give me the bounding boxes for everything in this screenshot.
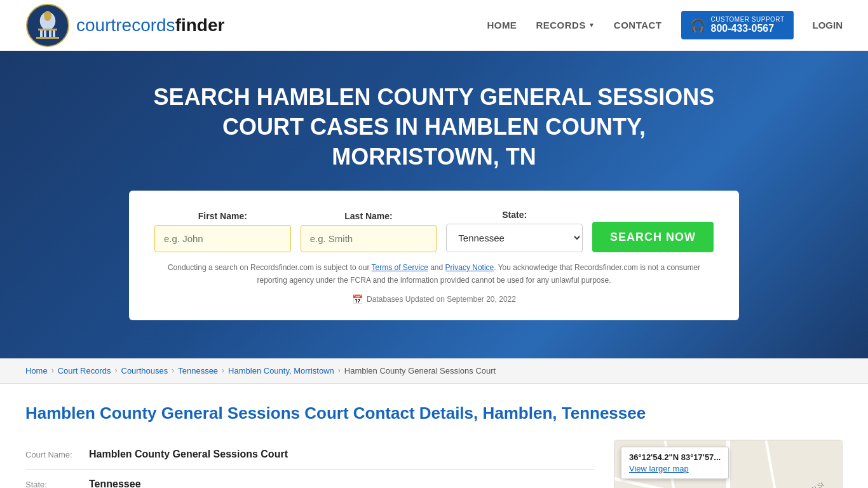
court-name-value: Hamblen County General Sessions Court: [89, 449, 288, 460]
search-button[interactable]: SEARCH NOW: [592, 222, 714, 252]
search-card: First Name: Last Name: State: TennesseeA…: [129, 191, 739, 320]
separator-2: ›: [115, 366, 118, 375]
logo-icon: [25, 3, 70, 48]
breadcrumb-home[interactable]: Home: [25, 366, 48, 376]
nav-contact[interactable]: CONTACT: [614, 20, 662, 30]
tos-link[interactable]: Terms of Service: [372, 263, 428, 272]
state-detail-value: Tennessee: [89, 478, 141, 488]
first-name-group: First Name:: [154, 211, 291, 252]
last-name-group: Last Name:: [301, 211, 437, 252]
map-coords: 36°12'54.2"N 83°17'57...: [629, 452, 721, 462]
details-layout: Court Name: Hamblen County General Sessi…: [25, 440, 843, 488]
svg-rect-5: [49, 30, 51, 37]
breadcrumb-court-records[interactable]: Court Records: [58, 366, 111, 376]
court-name-label: Court Name:: [25, 450, 83, 459]
separator-3: ›: [172, 366, 174, 375]
svg-point-9: [46, 11, 50, 15]
calendar-icon: 📅: [352, 294, 363, 304]
detail-row-court-name: Court Name: Hamblen County General Sessi…: [25, 440, 595, 470]
breadcrumb-courthouses[interactable]: Courthouses: [121, 366, 168, 376]
svg-rect-4: [44, 30, 46, 37]
separator-5: ›: [338, 366, 341, 375]
last-name-label: Last Name:: [301, 211, 437, 221]
nav-records[interactable]: RECORDS: [536, 20, 586, 30]
headset-icon: 🎧: [690, 18, 706, 33]
privacy-link[interactable]: Privacy Notice: [445, 263, 494, 272]
svg-rect-2: [38, 29, 57, 30]
svg-rect-6: [53, 30, 55, 37]
db-updated-text: Databases Updated on September 20, 2022: [367, 295, 516, 304]
site-header: courtrecordsfinder HOME RECORDS ▼ CONTAC…: [0, 0, 868, 51]
state-select[interactable]: TennesseeAlabamaAlaskaArizonaArkansasCal…: [446, 224, 583, 252]
details-left: Court Name: Hamblen County General Sessi…: [25, 440, 595, 488]
main-nav: HOME RECORDS ▼ CONTACT 🎧 CUSTOMER SUPPOR…: [487, 11, 843, 39]
separator-1: ›: [51, 366, 54, 375]
svg-rect-7: [36, 37, 59, 39]
nav-home[interactable]: HOME: [487, 20, 517, 30]
chevron-down-icon: ▼: [588, 22, 595, 29]
state-label: State:: [446, 210, 583, 220]
state-detail-label: State:: [25, 480, 83, 488]
first-name-label: First Name:: [154, 211, 291, 221]
support-text: CUSTOMER SUPPORT 800-433-0567: [711, 16, 785, 34]
support-label: CUSTOMER SUPPORT: [711, 16, 785, 23]
db-updated: 📅 Databases Updated on September 20, 202…: [154, 294, 714, 304]
hero-section: SEARCH HAMBLEN COUNTY GENERAL SESSIONS C…: [0, 51, 868, 358]
breadcrumb: Home › Court Records › Courthouses › Ten…: [0, 358, 868, 384]
main-content: Hamblen County General Sessions Court Co…: [0, 384, 868, 488]
support-button[interactable]: 🎧 CUSTOMER SUPPORT 800-433-0567: [681, 11, 794, 39]
details-right: 36°12'54.2"N 83°17'57... View larger map…: [614, 440, 843, 488]
separator-4: ›: [222, 366, 224, 375]
first-name-input[interactable]: [154, 225, 291, 252]
nav-login[interactable]: LOGIN: [813, 20, 843, 30]
logo-text: courtrecordsfinder: [76, 15, 224, 36]
search-fields: First Name: Last Name: State: TennesseeA…: [154, 210, 714, 252]
breadcrumb-current: Hamblen County General Sessions Court: [344, 366, 496, 376]
state-group: State: TennesseeAlabamaAlaskaArizonaArka…: [446, 210, 583, 252]
breadcrumb-county-city[interactable]: Hamblen County, Morristown: [228, 366, 334, 376]
view-larger-map-link[interactable]: View larger map: [629, 464, 721, 473]
disclaimer-text: Conducting a search on Recordsfinder.com…: [154, 262, 714, 286]
breadcrumb-tennessee[interactable]: Tennessee: [178, 366, 218, 376]
support-phone: 800-433-0567: [711, 23, 785, 34]
map-container: 36°12'54.2"N 83°17'57... View larger map…: [614, 440, 843, 488]
last-name-input[interactable]: [301, 225, 437, 252]
hero-title: SEARCH HAMBLEN COUNTY GENERAL SESSIONS C…: [148, 83, 720, 172]
section-title: Hamblen County General Sessions Court Co…: [25, 403, 843, 424]
svg-rect-3: [40, 30, 43, 37]
nav-records-container[interactable]: RECORDS ▼: [536, 20, 594, 30]
logo[interactable]: courtrecordsfinder: [25, 3, 224, 48]
map-tooltip: 36°12'54.2"N 83°17'57... View larger map: [621, 447, 729, 479]
detail-row-state: State: Tennessee: [25, 470, 595, 488]
